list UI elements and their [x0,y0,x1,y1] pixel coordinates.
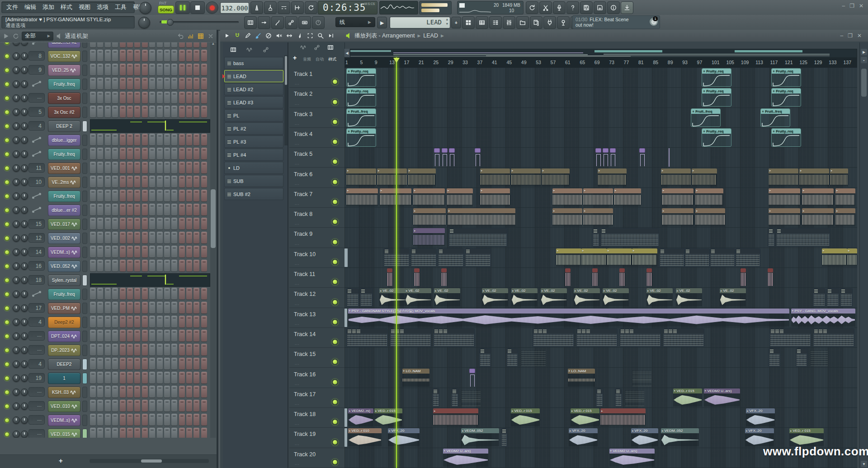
clip-ve-02[interactable]: ▸VE..02 [482,288,508,307]
step-cell[interactable] [127,386,133,398]
channel-mute-led[interactable] [5,348,9,353]
clip[interactable] [441,268,447,287]
pat-mode-label[interactable]: PAT [159,1,166,5]
track-lane-7[interactable]: ▸▸▸▸▸▸▸▸▸▸▸▸▸ [344,188,857,208]
clip[interactable]: ▸ [408,168,436,187]
track-header-19[interactable]: Track 19... [289,428,344,448]
slider-bottom[interactable] [421,9,439,12]
step-cell[interactable] [186,78,192,89]
channel-volume-knob[interactable] [21,402,28,410]
step-cell[interactable] [186,92,192,103]
step-cell[interactable] [112,204,118,215]
channel-pan-knob[interactable] [13,262,20,270]
clip-ve-02[interactable]: ▸VE..02 [720,288,746,307]
channel-volume-knob[interactable] [21,192,28,200]
ruler-bar-number[interactable]: 137 [844,60,852,65]
channel-mute-led[interactable] [5,432,9,437]
step-cell[interactable] [134,330,140,342]
clip[interactable] [768,268,773,287]
picker-item-sub[interactable]: SUB [224,175,283,187]
step-cell[interactable] [179,92,185,103]
track-options-dots[interactable]: ... [295,81,300,85]
step-cell[interactable] [186,232,192,243]
clip[interactable] [346,288,359,307]
channel-target-display[interactable]: --- [28,401,45,411]
loop-record-button[interactable] [305,1,317,14]
step-cell[interactable] [149,232,155,243]
step-cell[interactable] [157,288,163,300]
step-cell[interactable] [149,246,155,257]
step-cell[interactable] [149,204,155,215]
step-cell[interactable] [112,260,118,271]
breadcrumb-prefix[interactable]: 播放列表 - Arrangement [354,32,415,40]
step-cell[interactable] [112,302,118,314]
track-header-12[interactable]: Track 12... [289,288,344,308]
step-cell[interactable] [201,260,207,271]
step-cell[interactable] [97,50,103,61]
step-cell[interactable] [179,400,185,412]
step-cell[interactable] [105,78,111,89]
graph-icon[interactable] [188,33,194,39]
channel-pan-knob[interactable] [13,431,20,438]
channel-select-strip[interactable] [82,289,87,300]
step-cell[interactable] [201,64,207,75]
step-cell[interactable] [134,148,140,159]
channel-select-strip[interactable] [82,275,87,286]
step-cell[interactable] [193,358,199,370]
step-cell[interactable] [157,316,163,328]
step-cell[interactable] [179,218,185,229]
channel-volume-knob[interactable] [21,276,28,284]
step-cell[interactable] [127,372,133,384]
clip-fruity-req[interactable]: ∘ Fruity..req [346,128,376,147]
step-cell[interactable] [90,288,96,300]
channel-button-dpt-024[interactable]: DPT..024 [48,331,80,342]
clip[interactable] [592,268,598,287]
step-cell[interactable] [90,372,96,384]
channel-button-dp-2023[interactable]: DP..2023 [48,345,80,356]
channel-volume-knob[interactable] [21,262,28,270]
step-cell[interactable] [97,106,103,117]
track-options-dots[interactable]: ... [295,421,300,426]
oscilloscope[interactable] [379,1,418,14]
channel-target-display[interactable]: 5 [28,107,45,117]
channel-target-display[interactable]: 15 [28,219,45,229]
step-grid-button[interactable] [244,16,257,29]
channel-button-ved-002[interactable]: VED..002 [48,233,80,244]
clip[interactable] [344,428,347,447]
clip[interactable] [387,268,392,287]
step-cell[interactable] [142,316,148,328]
step-cell[interactable] [149,358,155,370]
channel-target-display[interactable]: --- [28,93,45,103]
track-options-dots[interactable]: ... [295,161,300,165]
track-header-4[interactable]: Track 4... [289,128,344,148]
channel-button-ve-2ms[interactable]: VE..2ms [48,177,80,188]
step-cell[interactable] [149,400,155,412]
corner-tab-wave-icon[interactable] [300,44,307,51]
channel-pan-knob[interactable] [13,94,20,102]
channel-volume-knob[interactable] [21,360,28,368]
step-cell[interactable] [193,302,199,314]
clip-fruity-req[interactable]: ∘ Fruity..req [771,68,801,87]
step-cell[interactable] [179,148,185,159]
clip[interactable] [625,388,645,407]
step-cell[interactable] [201,204,207,215]
step-cell[interactable] [97,414,103,426]
step-cell[interactable] [149,190,155,201]
plugin-toggle[interactable] [543,16,556,29]
globe-icon[interactable]: 1 [650,18,658,26]
add-channel-button[interactable]: + [59,457,63,464]
track-mute-led[interactable] [332,79,338,85]
tool-magnet-icon[interactable] [234,33,241,39]
step-cell[interactable] [164,204,170,215]
step-cell[interactable] [127,106,133,117]
piano-roll-toggle[interactable] [476,16,488,29]
step-cell[interactable] [105,358,111,370]
clip[interactable]: ▸ [413,208,446,227]
clip-vfx-20[interactable]: ▸VFX..20 [569,428,598,447]
step-cell[interactable] [127,316,133,328]
channel-volume-knob[interactable] [21,374,28,382]
clip[interactable] [576,328,618,347]
channel-select-strip[interactable] [82,177,87,188]
step-cell[interactable] [171,316,177,328]
channel-button-ved-017[interactable]: VED..017 [48,219,80,230]
